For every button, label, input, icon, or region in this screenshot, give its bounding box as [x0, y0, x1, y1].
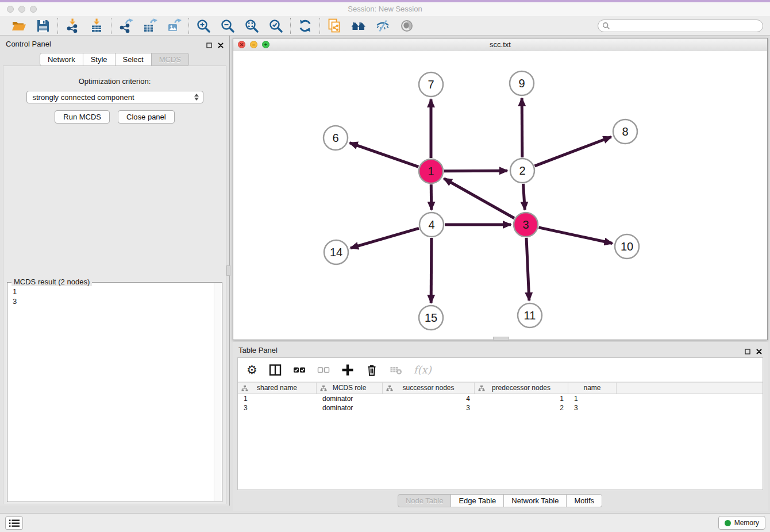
- optimization-criterion-label: Optimization criterion:: [3, 77, 226, 86]
- mcds-result-list[interactable]: 1 3: [7, 283, 222, 306]
- save-session-icon[interactable]: [36, 18, 51, 33]
- minimize-window-button[interactable]: [18, 6, 25, 13]
- mcds-result-line: 1: [13, 287, 222, 296]
- network-canvas[interactable]: 1234678910111415: [233, 51, 767, 340]
- network-minimize-icon[interactable]: −: [250, 41, 257, 48]
- close-window-button[interactable]: [7, 6, 14, 13]
- tab-node-table[interactable]: Node Table: [398, 494, 452, 507]
- graph-node-label-4: 4: [428, 218, 434, 231]
- zoom-out-icon[interactable]: [220, 18, 235, 33]
- table-panel: Table Panel ⚙ f(x) shared name MCDS ro: [233, 342, 768, 511]
- table-panel-tabs: Node Table Edge Table Network Table Moti…: [233, 494, 768, 507]
- window-titlebar[interactable]: Session: New Session: [0, 2, 770, 17]
- close-panel-icon[interactable]: [218, 40, 224, 51]
- zoom-fit-icon[interactable]: [244, 18, 259, 33]
- hide-details-eye-icon[interactable]: [375, 18, 390, 33]
- export-image-icon[interactable]: [167, 18, 182, 33]
- graph-edge-2-3[interactable]: [523, 184, 525, 210]
- control-panel: Control Panel Network Style Select MCDS …: [0, 36, 230, 506]
- criterion-selected-value: strongly connected component: [33, 93, 134, 102]
- apply-function-icon-disabled: f(x): [414, 364, 432, 376]
- table-header-row: shared name MCDS role successor nodes pr…: [238, 382, 763, 394]
- home-icon[interactable]: [351, 18, 366, 33]
- tab-select[interactable]: Select: [115, 53, 152, 66]
- select-stepper-icon: [194, 94, 199, 101]
- column-header-name[interactable]: name: [568, 383, 617, 394]
- tab-mcds[interactable]: MCDS: [151, 53, 189, 66]
- graph-edge-1-2[interactable]: [444, 171, 507, 171]
- control-panel-tabs: Network Style Select MCDS: [0, 53, 229, 66]
- table-row[interactable]: 3 dominator 3 2 3: [238, 403, 763, 413]
- tab-motifs[interactable]: Motifs: [566, 494, 602, 507]
- tab-edge-table[interactable]: Edge Table: [451, 494, 504, 507]
- float-panel-icon[interactable]: [745, 346, 750, 357]
- criterion-select[interactable]: strongly connected component: [26, 91, 203, 103]
- graph-edge-4-14[interactable]: [351, 228, 419, 248]
- node-table: shared name MCDS role successor nodes pr…: [238, 382, 763, 413]
- import-table-icon[interactable]: [89, 18, 104, 33]
- graph-edge-3-11[interactable]: [526, 238, 529, 300]
- close-panel-button[interactable]: Close panel: [118, 110, 175, 124]
- application-window: Session: New Session: [0, 0, 770, 532]
- network-close-icon[interactable]: ✕: [238, 41, 245, 48]
- column-header-shared-name[interactable]: shared name: [238, 383, 317, 394]
- import-network-icon[interactable]: [65, 18, 80, 33]
- unselect-all-icon[interactable]: [317, 364, 330, 376]
- table-panel-title: Table Panel: [238, 346, 278, 354]
- clone-network-icon[interactable]: [327, 18, 342, 33]
- search-icon: [602, 22, 610, 32]
- add-row-plus-icon[interactable]: [341, 364, 354, 376]
- window-splitter-grip[interactable]: [493, 337, 509, 341]
- graph-edge-4-15[interactable]: [431, 238, 432, 303]
- control-panel-title: Control Panel: [6, 40, 51, 48]
- status-bar: Memory: [0, 513, 770, 532]
- graph-edge-2-8[interactable]: [535, 137, 611, 166]
- window-title: Session: New Session: [0, 2, 770, 16]
- memory-label: Memory: [734, 519, 759, 527]
- graph-node-label-1: 1: [428, 165, 434, 178]
- show-details-eye-icon[interactable]: [399, 18, 414, 33]
- zoom-in-icon[interactable]: [196, 18, 211, 33]
- graph-edge-1-6[interactable]: [350, 143, 419, 167]
- main-toolbar: [0, 16, 770, 36]
- delete-row-trash-icon[interactable]: [365, 364, 378, 376]
- export-network-icon[interactable]: [118, 18, 133, 33]
- cell-mcds-role: dominator: [317, 403, 383, 413]
- mcds-result-box: MCDS result (2 nodes) 1 3: [7, 282, 222, 502]
- zoom-selected-icon[interactable]: [268, 18, 283, 33]
- column-header-successor-nodes[interactable]: successor nodes: [383, 383, 475, 394]
- network-maximize-icon[interactable]: +: [262, 41, 270, 48]
- tab-style[interactable]: Style: [83, 53, 116, 66]
- cell-name: 3: [568, 403, 617, 413]
- maximize-window-button[interactable]: [30, 6, 37, 13]
- memory-button[interactable]: Memory: [718, 516, 765, 530]
- close-panel-icon[interactable]: [756, 346, 762, 357]
- run-mcds-button[interactable]: Run MCDS: [55, 110, 110, 124]
- select-all-icon[interactable]: [293, 364, 306, 376]
- graph-edge-2-9[interactable]: [522, 98, 522, 157]
- cell-predecessor-nodes: 2: [475, 403, 568, 413]
- tab-network[interactable]: Network: [40, 53, 83, 66]
- task-history-button[interactable]: [5, 516, 23, 530]
- panel-splitter-grip[interactable]: [226, 265, 230, 276]
- table-row[interactable]: 1 dominator 4 1 1: [238, 394, 763, 403]
- result-scrollbar[interactable]: [214, 283, 221, 501]
- export-table-icon[interactable]: [143, 18, 157, 33]
- graph-node-label-10: 10: [621, 240, 633, 253]
- float-panel-icon[interactable]: [206, 40, 212, 51]
- table-settings-gear-icon[interactable]: ⚙: [247, 364, 257, 376]
- window-controls: [7, 6, 37, 13]
- graph-edge-3-1[interactable]: [444, 179, 514, 218]
- search-input[interactable]: [598, 20, 763, 32]
- graph-node-label-8: 8: [622, 125, 628, 138]
- network-window-titlebar[interactable]: ✕ − + scc.txt: [233, 38, 767, 52]
- graph-edge-3-10[interactable]: [538, 228, 612, 244]
- column-header-predecessor-nodes[interactable]: predecessor nodes: [475, 383, 568, 394]
- open-session-icon[interactable]: [11, 18, 26, 33]
- show-columns-icon[interactable]: [269, 364, 282, 376]
- tab-network-table[interactable]: Network Table: [503, 494, 567, 507]
- column-header-mcds-role[interactable]: MCDS role: [317, 383, 383, 394]
- cell-successor-nodes: 4: [383, 394, 475, 403]
- refresh-icon[interactable]: [298, 18, 313, 33]
- cell-shared-name: 1: [238, 394, 317, 403]
